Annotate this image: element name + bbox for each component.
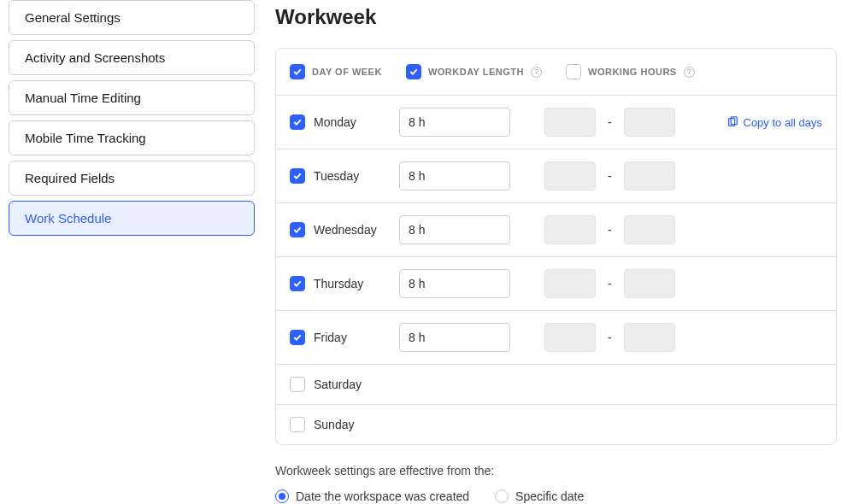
workday-length-input-thursday[interactable] (399, 269, 510, 298)
workday-length-input-monday[interactable] (399, 108, 510, 137)
workday-length-input-wednesday[interactable] (399, 215, 510, 244)
sidebar-item-manual-time-editing[interactable]: Manual Time Editing (9, 80, 255, 115)
working-hours-to-input-wednesday[interactable] (624, 215, 675, 244)
day-checkbox-saturday[interactable] (290, 377, 305, 392)
sidebar-item-work-schedule[interactable]: Work Schedule (9, 201, 255, 236)
header-checkbox-day-of-week[interactable] (290, 64, 305, 79)
time-range-separator: - (604, 169, 615, 183)
working-hours-from-input-thursday[interactable] (544, 269, 596, 298)
effective-from-options: Date the workspace was created Specific … (275, 489, 837, 503)
radio-date-workspace-created[interactable] (275, 489, 289, 503)
time-range-separator: - (604, 115, 615, 129)
help-icon[interactable]: ? (684, 67, 695, 78)
workday-length-input-friday[interactable] (399, 323, 510, 352)
working-hours-to-input-monday[interactable] (624, 108, 675, 137)
sidebar-item-general-settings[interactable]: General Settings (9, 0, 255, 35)
header-label-workday-length: WORKDAY LENGTH (428, 67, 524, 77)
check-icon (292, 278, 303, 289)
day-checkbox-thursday[interactable] (290, 276, 305, 291)
workweek-panel: DAY OF WEEK WORKDAY LENGTH ? WORKING HOU… (275, 48, 837, 445)
workday-length-input-tuesday[interactable] (399, 161, 510, 190)
table-row: Tuesday - (276, 149, 836, 202)
check-icon (292, 171, 303, 181)
day-checkbox-friday[interactable] (290, 330, 305, 345)
table-row: Saturday (276, 364, 836, 404)
check-icon (292, 117, 303, 127)
copy-icon (726, 116, 738, 128)
day-checkbox-monday[interactable] (290, 114, 305, 130)
day-checkbox-sunday[interactable] (290, 417, 305, 432)
working-hours-from-input-tuesday[interactable] (544, 161, 596, 190)
working-hours-from-input-wednesday[interactable] (544, 215, 596, 244)
radio-specific-date[interactable] (495, 489, 509, 503)
day-label: Sunday (314, 418, 354, 431)
check-icon (292, 225, 303, 235)
header-checkbox-workday-length[interactable] (406, 64, 421, 79)
header-label-day-of-week: DAY OF WEEK (312, 67, 382, 77)
day-label: Tuesday (314, 169, 359, 183)
settings-sidebar: General Settings Activity and Screenshot… (0, 0, 265, 504)
day-label: Thursday (314, 277, 363, 290)
main-content: Workweek DAY OF WEEK WORKDAY LENGTH ? (265, 0, 847, 504)
working-hours-from-input-friday[interactable] (544, 323, 596, 352)
time-range-separator: - (604, 277, 615, 290)
time-range-separator: - (604, 331, 615, 344)
day-checkbox-tuesday[interactable] (290, 168, 305, 184)
copy-to-all-days-link[interactable]: Copy to all days (726, 116, 823, 129)
day-label: Friday (314, 331, 347, 344)
table-row: Thursday - (276, 256, 836, 310)
table-row: Wednesday - (276, 202, 836, 256)
page-title: Workweek (275, 5, 837, 29)
table-row: Monday - Copy to all days (276, 95, 836, 149)
day-checkbox-wednesday[interactable] (290, 222, 305, 237)
table-row: Friday - (276, 310, 836, 364)
day-label: Saturday (314, 378, 362, 391)
table-header: DAY OF WEEK WORKDAY LENGTH ? WORKING HOU… (276, 49, 836, 95)
working-hours-from-input-monday[interactable] (544, 108, 596, 137)
time-range-separator: - (604, 223, 615, 237)
effective-from-text: Workweek settings are effective from the… (275, 464, 837, 478)
day-label: Wednesday (314, 223, 377, 237)
check-icon (292, 332, 303, 343)
day-label: Monday (314, 115, 356, 129)
working-hours-to-input-friday[interactable] (624, 323, 675, 352)
sidebar-item-required-fields[interactable]: Required Fields (9, 161, 255, 196)
radio-label: Date the workspace was created (296, 489, 469, 503)
table-row: Sunday (276, 404, 836, 444)
header-checkbox-working-hours[interactable] (566, 64, 581, 79)
check-icon (409, 67, 419, 77)
working-hours-to-input-tuesday[interactable] (624, 161, 675, 190)
help-icon[interactable]: ? (531, 67, 542, 78)
working-hours-to-input-thursday[interactable] (624, 269, 675, 298)
sidebar-item-activity-screenshots[interactable]: Activity and Screenshots (9, 40, 255, 75)
check-icon (292, 67, 303, 77)
header-label-working-hours: WORKING HOURS (588, 67, 677, 77)
radio-label: Specific date (515, 489, 584, 503)
sidebar-item-mobile-time-tracking[interactable]: Mobile Time Tracking (9, 120, 255, 155)
